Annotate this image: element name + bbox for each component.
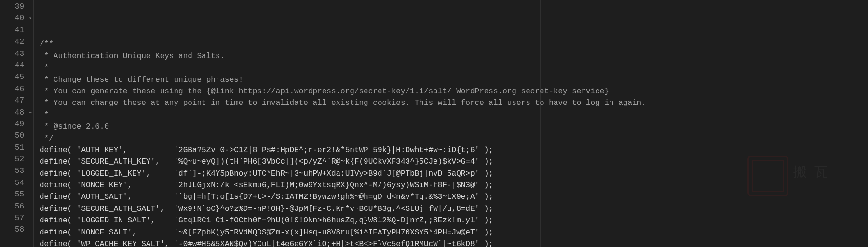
code-line[interactable]: define( 'AUTH_SALT', '`bg|=h[T;o[1s{D7+t… — [40, 191, 868, 203]
line-number[interactable]: 43 — [0, 48, 33, 60]
fold-open-icon[interactable]: ▾ — [29, 13, 32, 24]
code-editor[interactable]: 3940▾4142434445464748⌙495051525354555657… — [0, 0, 868, 247]
line-number[interactable]: 48⌙ — [0, 107, 33, 118]
line-number[interactable]: 45 — [0, 71, 33, 83]
code-line[interactable]: define( 'NONCE_SALT', '~&[EZpbK(y5tRVdMQ… — [40, 227, 868, 238]
line-number[interactable]: 49 — [0, 118, 33, 130]
editor-ruler — [540, 0, 541, 247]
line-number-gutter[interactable]: 3940▾4142434445464748⌙495051525354555657… — [0, 0, 34, 247]
code-line[interactable]: define( 'SECURE_AUTH_SALT', 'Wx9!N`oC}^o… — [40, 203, 868, 215]
code-line[interactable]: * — [40, 109, 868, 121]
line-number[interactable]: 56 — [0, 201, 33, 212]
line-number[interactable]: 51 — [0, 142, 33, 154]
line-number[interactable]: 53 — [0, 165, 33, 177]
code-line[interactable]: */ — [40, 133, 868, 144]
code-line[interactable]: * Change these to different unique phras… — [40, 74, 868, 86]
line-number[interactable]: 40▾ — [0, 13, 33, 24]
fold-end-icon[interactable]: ⌙ — [29, 107, 32, 118]
code-line[interactable]: define( 'AUTH_KEY', '2GBa?5Zv_0->C1Z|8 P… — [40, 144, 868, 156]
line-number[interactable]: 55 — [0, 189, 33, 200]
line-number[interactable]: 46 — [0, 83, 33, 95]
code-line[interactable]: * You can generate these using the {@lin… — [40, 86, 868, 97]
line-number[interactable]: 54 — [0, 177, 33, 189]
line-number[interactable]: 50 — [0, 130, 33, 142]
code-line[interactable]: * — [40, 62, 868, 74]
code-line[interactable]: define( 'WP_CACHE_KEY_SALT', '-0#w#H5&5X… — [40, 238, 868, 247]
code-line[interactable]: define( 'LOGGED_IN_KEY', 'df`]-;K4Y5pBno… — [40, 168, 868, 180]
code-line[interactable]: define( 'LOGGED_IN_SALT', 'GtqlRC1 C1-fO… — [40, 215, 868, 226]
line-number[interactable]: 39 — [0, 1, 33, 13]
line-number[interactable]: 47 — [0, 95, 33, 106]
line-number[interactable]: 41 — [0, 25, 33, 36]
code-line[interactable]: define( 'SECURE_AUTH_KEY', '%Q~u~eyQ])(t… — [40, 156, 868, 168]
line-number[interactable]: 57 — [0, 212, 33, 224]
line-number[interactable]: 58 — [0, 224, 33, 235]
code-content-area[interactable]: /** * Authentication Unique Keys and Sal… — [34, 0, 868, 247]
code-line[interactable]: define( 'NONCE_KEY', '2hJLGjxN:/k`<sEkmu… — [40, 180, 868, 191]
code-line[interactable]: * @since 2.6.0 — [40, 121, 868, 132]
code-line[interactable]: * Authentication Unique Keys and Salts. — [40, 51, 868, 62]
code-line[interactable]: * You can change these at any point in t… — [40, 97, 868, 109]
line-number[interactable]: 42 — [0, 36, 33, 48]
code-line[interactable] — [40, 27, 868, 39]
code-line[interactable]: /** — [40, 39, 868, 50]
line-number[interactable]: 52 — [0, 154, 33, 165]
line-number[interactable]: 44 — [0, 60, 33, 71]
